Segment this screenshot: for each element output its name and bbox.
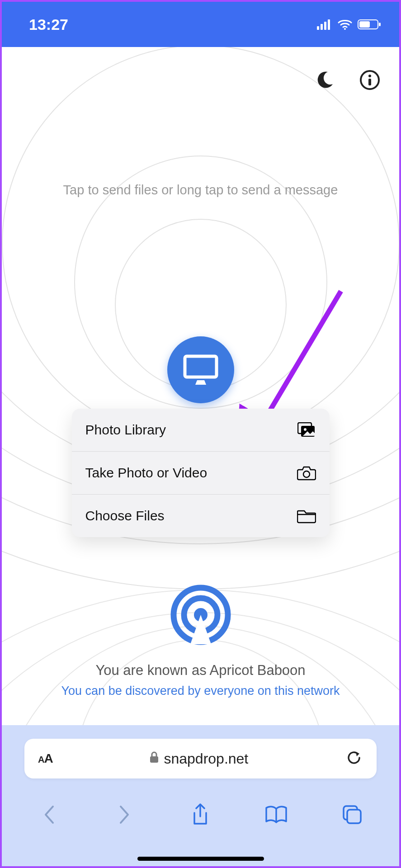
svg-rect-21 (150, 756, 158, 763)
menu-item-label: Choose Files (85, 508, 165, 524)
tabs-button[interactable] (339, 802, 366, 829)
file-action-menu: Photo Library Take Photo or Video Choose… (72, 409, 330, 537)
chevron-left-icon (42, 805, 56, 826)
back-button[interactable] (35, 802, 62, 829)
menu-item-label: Photo Library (85, 422, 166, 438)
peer-device-button[interactable] (167, 336, 234, 403)
page-content: Tap to send files or long tap to send a … (2, 47, 399, 725)
identity-name: You are known as Apricot Baboon (2, 662, 399, 679)
url-text: snapdrop.net (164, 750, 248, 767)
top-action-row (313, 70, 381, 92)
svg-point-16 (303, 471, 310, 477)
identity-block: You are known as Apricot Baboon You can … (2, 581, 399, 698)
svg-rect-11 (185, 356, 217, 377)
desktop-icon (183, 354, 219, 386)
svg-point-4 (344, 28, 346, 30)
moon-icon (315, 71, 334, 91)
svg-rect-6 (359, 21, 370, 28)
folder-icon (297, 506, 316, 525)
instruction-text: Tap to send files or long tap to send a … (2, 183, 399, 198)
camera-icon (297, 463, 316, 482)
snapdrop-logo-icon (167, 581, 235, 649)
bookmarks-button[interactable] (263, 802, 290, 829)
info-icon (359, 69, 381, 93)
svg-point-15 (304, 428, 307, 431)
menu-item-photo-library[interactable]: Photo Library (72, 409, 330, 451)
share-button[interactable] (187, 802, 214, 829)
svg-point-9 (368, 75, 371, 77)
safari-chrome: AA snapdrop.net (2, 725, 399, 868)
photo-library-icon (297, 420, 316, 439)
cellular-signal-icon (317, 19, 332, 30)
address-bar[interactable]: AA snapdrop.net (24, 739, 377, 778)
reload-button[interactable] (345, 750, 363, 768)
menu-item-label: Take Photo or Video (85, 465, 208, 481)
svg-rect-3 (328, 19, 330, 30)
wifi-icon (338, 19, 352, 30)
home-indicator[interactable] (137, 857, 264, 861)
status-bar: 13:27 (2, 2, 399, 47)
dark-mode-button[interactable] (313, 70, 336, 92)
tabs-icon (342, 804, 363, 827)
lock-icon (149, 750, 159, 767)
chevron-right-icon (118, 805, 132, 826)
status-time: 13:27 (29, 16, 68, 33)
reload-icon (346, 750, 362, 768)
identity-subline: You can be discovered by everyone on thi… (2, 684, 399, 698)
url-display[interactable]: snapdrop.net (149, 750, 248, 767)
safari-toolbar (2, 793, 399, 838)
share-icon (191, 803, 210, 828)
menu-item-choose-files[interactable]: Choose Files (72, 494, 330, 537)
info-button[interactable] (359, 70, 381, 92)
svg-rect-0 (317, 26, 319, 30)
svg-rect-24 (347, 810, 361, 823)
status-icons (317, 19, 381, 30)
book-icon (264, 805, 288, 826)
svg-rect-2 (324, 22, 326, 30)
forward-button[interactable] (111, 802, 138, 829)
battery-icon (358, 19, 381, 30)
svg-rect-1 (321, 24, 323, 30)
svg-rect-7 (379, 23, 381, 26)
menu-item-take-photo[interactable]: Take Photo or Video (72, 451, 330, 494)
svg-rect-10 (368, 79, 371, 85)
reader-text-size-button[interactable]: AA (38, 751, 53, 766)
